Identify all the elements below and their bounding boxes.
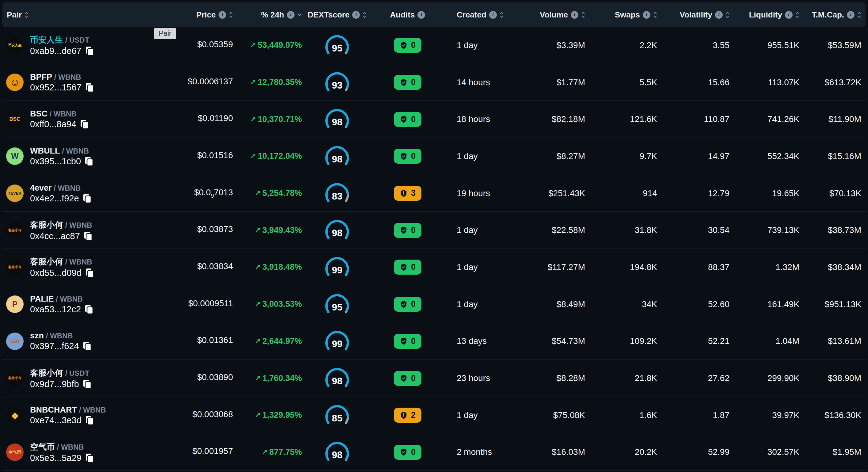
column-header-dextscore[interactable]: DEXTscorei xyxy=(302,10,372,20)
column-header-liquidity[interactable]: Liquidityi xyxy=(730,10,799,20)
sort-icon[interactable] xyxy=(795,11,799,19)
audits-badge[interactable]: 0 xyxy=(394,371,422,386)
table-row[interactable]: 币安人生 币安人生 / USDT 0xab9...de67 $0.05359 ↗… xyxy=(2,27,866,64)
column-header-volatility[interactable]: Volatilityi xyxy=(657,10,730,20)
table-row[interactable]: 客服小何 客服小何 / WBNB 0x4cc...ac87 $0.03873 ↗… xyxy=(2,212,866,249)
copy-address-icon[interactable] xyxy=(83,341,92,351)
liquidity-cell: 299.90K xyxy=(730,373,799,383)
copy-address-icon[interactable] xyxy=(83,193,92,203)
copy-address-icon[interactable] xyxy=(84,231,93,241)
copy-address-icon[interactable] xyxy=(85,46,94,56)
info-icon[interactable]: i xyxy=(489,11,497,19)
pair-address-line: 0xe74...3e3d xyxy=(30,415,106,426)
pair-cell[interactable]: 客服小何 客服小何 / WBNB 0xd55...d09d xyxy=(2,256,172,278)
pair-cell[interactable]: 币安人生 币安人生 / USDT 0xab9...de67 xyxy=(2,34,172,56)
audits-cell: 2 xyxy=(372,408,443,423)
column-header-volume[interactable]: Volumei xyxy=(514,10,585,20)
dextscore-cell: 99 xyxy=(302,255,372,280)
dextscore-cell: 85 xyxy=(302,403,372,428)
chevron-down-icon[interactable] xyxy=(297,13,302,17)
audits-badge[interactable]: 0 xyxy=(394,149,422,164)
pair-cell[interactable]: SZN szn / WBNB 0x397...f624 xyxy=(2,331,172,351)
quote-token: WBNB xyxy=(58,73,81,81)
sort-icon[interactable] xyxy=(229,11,233,19)
sort-icon[interactable] xyxy=(725,11,730,19)
created-cell: 2 months xyxy=(443,447,514,457)
column-header-tmcap[interactable]: T.M.Cap.i xyxy=(799,10,866,20)
pair-cell[interactable]: P PALIE / WBNB 0xa53...12c2 xyxy=(2,294,172,314)
pair-cell[interactable]: 空气币 空气币 / WBNB 0x5e3...5a29 xyxy=(2,441,172,463)
table-row[interactable]: SZN szn / WBNB 0x397...f624 $0.01361 ↗2,… xyxy=(2,323,866,360)
table-row[interactable]: 4EVER 4ever / WBNB 0x4e2...f92e $0.09701… xyxy=(2,175,866,212)
table-row[interactable]: ☺ BPFP / WBNB 0x952...1567 $0.0006137 ↗1… xyxy=(2,64,866,101)
copy-address-icon[interactable] xyxy=(80,119,89,129)
volume-cell: $117.27M xyxy=(514,262,585,272)
pair-cell[interactable]: 4EVER 4ever / WBNB 0x4e2...f92e xyxy=(2,183,172,203)
info-icon[interactable]: i xyxy=(571,11,578,19)
table-row[interactable]: P PALIE / WBNB 0xa53...12c2 $0.0009511 ↗… xyxy=(2,286,866,323)
token-avatar: 空气币 xyxy=(6,443,24,461)
audits-badge[interactable]: 3 xyxy=(394,186,422,201)
pair-cell[interactable]: W WBULL / WBNB 0x395...1cb0 xyxy=(2,146,172,166)
column-label: Price xyxy=(196,10,216,20)
table-row[interactable]: 空气币 空气币 / WBNB 0x5e3...5a29 $0.001957 ↗8… xyxy=(2,434,866,471)
pair-cell[interactable]: 客服小何 客服小何 / USDT 0x9d7...9bfb xyxy=(2,368,172,389)
base-token: BSC xyxy=(30,109,48,118)
copy-address-icon[interactable] xyxy=(85,453,94,463)
pair-cell[interactable]: ☺ BPFP / WBNB 0x952...1567 xyxy=(2,72,172,93)
pair-cell[interactable]: 客服小何 客服小何 / WBNB 0x4cc...ac87 xyxy=(2,219,172,241)
swaps-cell: 109.2K xyxy=(585,336,657,346)
pair-address-line: 0xab9...de67 xyxy=(30,46,94,56)
audits-count: 3 xyxy=(411,188,415,198)
column-header-audits[interactable]: Auditsi xyxy=(372,10,443,20)
dextscore-cell: 83 xyxy=(302,181,372,206)
table-row[interactable]: 客服小何 客服小何 / WBNB 0xd55...d09d $0.03834 ↗… xyxy=(2,249,866,286)
pair-cell[interactable]: BSC BSC / WBNB 0xff0...8a94 xyxy=(2,109,172,129)
copy-address-icon[interactable] xyxy=(85,415,94,426)
sort-icon[interactable] xyxy=(653,11,657,19)
info-icon[interactable]: i xyxy=(417,11,425,19)
created-cell: 13 days xyxy=(443,336,514,346)
audits-badge[interactable]: 0 xyxy=(394,445,422,460)
dextscore-value: 98 xyxy=(321,117,353,128)
quote-token: USDT xyxy=(69,369,89,377)
column-header-pair[interactable]: Pair xyxy=(2,10,172,20)
info-icon[interactable]: i xyxy=(847,11,855,19)
column-header-change-24h[interactable]: % 24hi xyxy=(233,10,302,20)
column-header-created[interactable]: Createdi xyxy=(443,10,514,20)
token-avatar: 客服小何 xyxy=(6,370,24,387)
info-icon[interactable]: i xyxy=(715,11,723,19)
info-icon[interactable]: i xyxy=(287,11,294,19)
column-header-swaps[interactable]: Swapsi xyxy=(585,10,657,20)
table-row[interactable]: 客服小何 客服小何 / USDT 0x9d7...9bfb $0.03890 ↗… xyxy=(2,360,866,397)
table-row[interactable]: BSC BSC / WBNB 0xff0...8a94 $0.01190 ↗10… xyxy=(2,101,866,138)
audits-badge[interactable]: 0 xyxy=(394,75,422,90)
audits-badge[interactable]: 0 xyxy=(394,112,422,127)
info-icon[interactable]: i xyxy=(785,11,793,19)
copy-address-icon[interactable] xyxy=(85,304,93,314)
sort-icon[interactable] xyxy=(857,11,861,19)
sort-icon[interactable] xyxy=(363,11,367,19)
audits-badge[interactable]: 0 xyxy=(394,38,422,53)
copy-address-icon[interactable] xyxy=(85,156,93,166)
sort-icon[interactable] xyxy=(500,11,503,19)
copy-address-icon[interactable] xyxy=(83,379,92,389)
audits-badge[interactable]: 0 xyxy=(394,260,422,275)
audits-count: 0 xyxy=(411,226,415,235)
table-row[interactable]: ◆ BNBCHART / WBNB 0xe74...3e3d $0.003068… xyxy=(2,397,866,434)
audits-badge[interactable]: 0 xyxy=(394,223,422,238)
table-row[interactable]: W WBULL / WBNB 0x395...1cb0 $0.01516 ↗10… xyxy=(2,138,866,175)
info-icon[interactable]: i xyxy=(352,11,360,19)
sort-icon[interactable] xyxy=(581,11,585,19)
audits-badge[interactable]: 0 xyxy=(394,297,422,312)
pair-cell[interactable]: ◆ BNBCHART / WBNB 0xe74...3e3d xyxy=(2,405,172,426)
sort-icon[interactable] xyxy=(25,11,29,19)
column-header-price[interactable]: Pricei xyxy=(172,10,233,20)
copy-address-icon[interactable] xyxy=(85,83,94,93)
info-icon[interactable]: i xyxy=(219,11,226,19)
info-icon[interactable]: i xyxy=(643,11,650,19)
copy-address-icon[interactable] xyxy=(85,268,94,278)
swaps-cell: 20.2K xyxy=(585,447,657,457)
audits-badge[interactable]: 2 xyxy=(394,408,422,423)
audits-badge[interactable]: 0 xyxy=(394,334,422,349)
